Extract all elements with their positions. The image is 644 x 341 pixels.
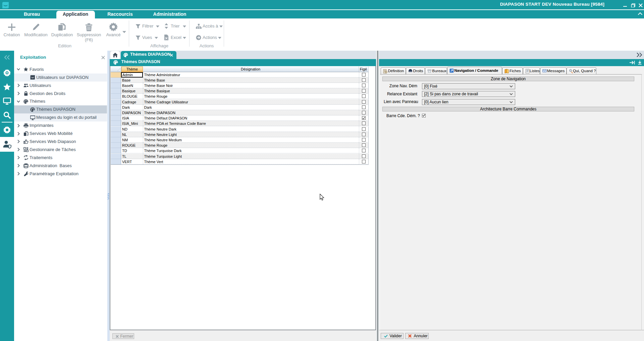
ribbon: Création Modification Duplication Suppre… bbox=[0, 18, 644, 51]
tree-close[interactable] bbox=[101, 56, 105, 59]
cursor bbox=[320, 194, 324, 201]
hdr-architecture: Architecture Barre Commandes bbox=[382, 107, 635, 111]
rail-parametres[interactable] bbox=[3, 126, 11, 134]
bottom-left: Fermer bbox=[110, 330, 376, 341]
lbl-zone-nav: Zone Nav. Dém bbox=[386, 84, 417, 88]
rail-favoris[interactable] bbox=[3, 83, 11, 91]
title-bar: DIAPASON START DEV Nouveau Bureau [9584] bbox=[0, 0, 644, 10]
splitter-left bbox=[107, 51, 110, 341]
btn-fermer[interactable]: Fermer bbox=[112, 333, 134, 339]
rtab-qui-quand-[interactable]: Qui, Quand ? bbox=[567, 67, 596, 74]
diapason-app: DIAPASON START DEV Nouveau Bureau [9584]… bbox=[0, 0, 644, 341]
rtab-listes[interactable]: Listes bbox=[523, 67, 540, 74]
rtab-navigation-commande[interactable]: Navigation / Commande bbox=[447, 67, 502, 75]
tree-gestion-des-droits[interactable]: Gestion des Droits bbox=[14, 90, 107, 98]
right-panel-header bbox=[379, 59, 644, 66]
btn-annuler[interactable]: Annuler bbox=[405, 333, 429, 339]
tab-home[interactable] bbox=[110, 51, 120, 59]
nav-tree-panel: Exploitation FavorisUtilisateurs sur DIA… bbox=[14, 51, 107, 341]
combo-relance[interactable]: [2] Si pas dans zone de travail bbox=[422, 91, 515, 97]
menu-bureau[interactable]: Bureau bbox=[15, 10, 49, 18]
rail-recherche[interactable] bbox=[3, 111, 11, 119]
combo-lien[interactable]: [0] Aucun lien bbox=[422, 99, 515, 105]
tree-gestionnaire-de-t-ches[interactable]: Gestionnaire de Tâches bbox=[14, 146, 107, 154]
tab-themes-diapason[interactable]: Thèmes DIAPASON bbox=[121, 51, 176, 59]
btn-avance[interactable]: Avancé bbox=[102, 32, 125, 37]
rail-bureaux[interactable] bbox=[3, 97, 11, 105]
document-tabs: Thèmes DIAPASON bbox=[110, 51, 376, 59]
tree-th-mes[interactable]: Thèmes bbox=[14, 97, 107, 105]
tree-messages-du-login-et-du-portail[interactable]: Messages du login et du portail bbox=[14, 113, 107, 121]
panel-header: Thèmes DIAPASON bbox=[110, 59, 376, 66]
rail-user-active[interactable] bbox=[0, 137, 14, 152]
btn-valider[interactable]: Valider bbox=[381, 333, 404, 339]
bottom-right: Valider Annuler bbox=[379, 330, 644, 341]
rtab-d-finition[interactable]: Définition bbox=[381, 67, 406, 74]
rail-modules[interactable] bbox=[3, 69, 11, 77]
left-rail bbox=[0, 51, 14, 341]
hdr-zone-nav: Zone de Navigation bbox=[382, 77, 635, 81]
tree-utilisateurs-sur-diapason[interactable]: Utilisateurs sur DIAPASON bbox=[14, 74, 107, 82]
tree-favoris[interactable]: Favoris bbox=[14, 65, 107, 74]
tree-services-web-mobilit-[interactable]: Services Web Mobilité bbox=[14, 130, 107, 138]
lbl-relance: Relance Existant bbox=[386, 92, 417, 96]
menu-administration[interactable]: Administration bbox=[148, 10, 192, 18]
btn-suppression[interactable]: Suppression(F6) bbox=[72, 32, 106, 42]
tree-services-web-diapason[interactable]: Services Web Diapason bbox=[14, 138, 107, 146]
rtab-fiches[interactable]: Fiches bbox=[502, 67, 523, 74]
rtab-messages[interactable]: Messages bbox=[540, 67, 567, 74]
rtab-droits[interactable]: Droits bbox=[406, 67, 425, 74]
menu-row: Bureau Application Raccourcis Administra… bbox=[0, 10, 644, 18]
splitter-right bbox=[376, 51, 379, 341]
tab-close[interactable] bbox=[170, 54, 173, 57]
lbl-lien: Lien avec Panneau bbox=[384, 99, 417, 104]
tree-administration-bases[interactable]: Administration Bases bbox=[14, 162, 107, 170]
tree-imprimantes[interactable]: Imprimantes bbox=[14, 121, 107, 130]
tree-title: Exploitation bbox=[20, 55, 46, 60]
tree-traitements[interactable]: Traitements bbox=[14, 154, 107, 162]
btn-vues[interactable]: Vues bbox=[142, 35, 162, 40]
menu-raccourcis[interactable]: Raccourcis bbox=[103, 10, 137, 18]
combo-zone-nav[interactable]: [0] Fixé bbox=[422, 83, 515, 89]
table-panel: ThèmeDésignationFigéAdminThème Administr… bbox=[110, 66, 376, 331]
right-tab-strip bbox=[379, 51, 644, 59]
lbl-barre-cde: Barre Cde. Dém. ? bbox=[386, 113, 417, 118]
tree-th-mes-diapason[interactable]: Thèmes DIAPASON bbox=[14, 105, 107, 113]
tree-utilisateurs[interactable]: Utilisateurs bbox=[14, 82, 107, 90]
tree-param-trage-exploitation[interactable]: Paramétrage Exploitation bbox=[14, 170, 107, 178]
title: DIAPASON START DEV Nouveau Bureau [9584] bbox=[500, 2, 604, 7]
right-panel: DéfinitionDroitsBureauxNavigation / Comm… bbox=[379, 66, 644, 331]
rtab-bureaux[interactable]: Bureaux bbox=[425, 67, 447, 74]
menu-application[interactable]: Application bbox=[56, 11, 95, 18]
chk-barre[interactable] bbox=[422, 114, 426, 118]
